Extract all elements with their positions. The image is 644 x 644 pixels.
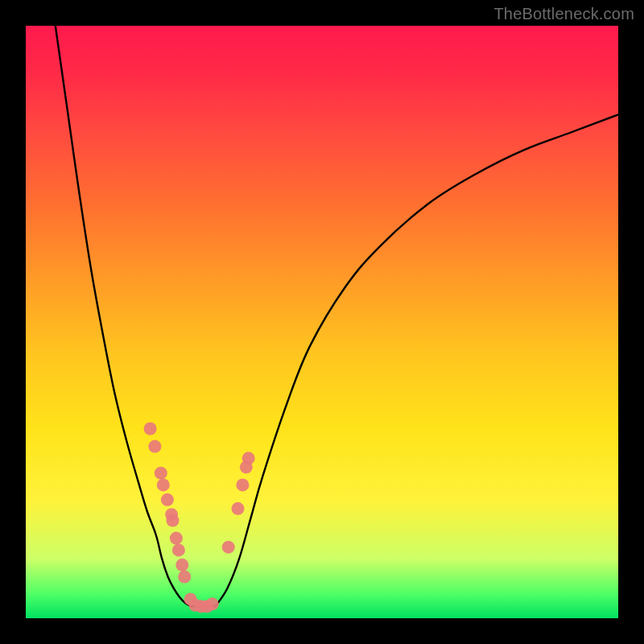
site-watermark: TheBottleneck.com xyxy=(493,5,634,23)
chart-stage: TheBottleneck.com xyxy=(0,0,644,644)
gradient-background xyxy=(26,26,618,618)
